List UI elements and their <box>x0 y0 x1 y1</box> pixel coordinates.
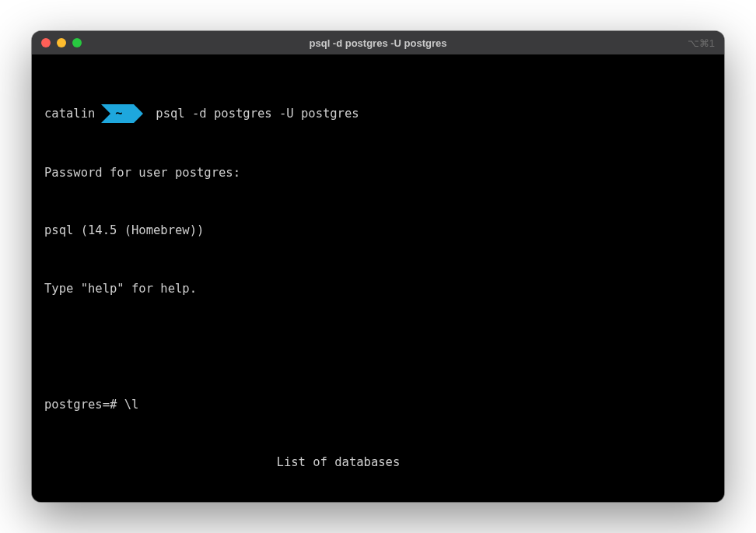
arrow-dir-icon <box>101 104 146 123</box>
traffic-lights <box>41 38 82 47</box>
shell-prompt-line: catalin ~ psql -d postgres -U postgres <box>44 104 712 124</box>
minimize-icon[interactable] <box>57 38 66 47</box>
titlebar: psql -d postgres -U postgres ⌥⌘1 <box>32 31 724 54</box>
blank-line <box>44 337 712 356</box>
prompt-dir-badge: ~ <box>101 104 146 123</box>
prompt-command: psql -d postgres -U postgres <box>146 104 359 124</box>
output-password-prompt: Password for user postgres: <box>44 163 712 183</box>
table-title: List of databases <box>44 453 712 472</box>
output-help-hint: Type "help" for help. <box>44 279 712 299</box>
window-title: psql -d postgres -U postgres <box>32 37 724 49</box>
terminal-body[interactable]: catalin ~ psql -d postgres -U postgres P… <box>32 54 724 502</box>
terminal-window: psql -d postgres -U postgres ⌥⌘1 catalin… <box>32 31 724 502</box>
window-shortcut-hint: ⌥⌘1 <box>688 37 715 49</box>
psql-prompt-list: postgres=# \l <box>44 395 712 415</box>
close-icon[interactable] <box>41 38 51 47</box>
prompt-user: catalin <box>44 104 101 124</box>
output-version: psql (14.5 (Homebrew)) <box>44 221 712 240</box>
prompt-dir: ~ <box>115 104 122 123</box>
maximize-icon[interactable] <box>72 38 82 47</box>
